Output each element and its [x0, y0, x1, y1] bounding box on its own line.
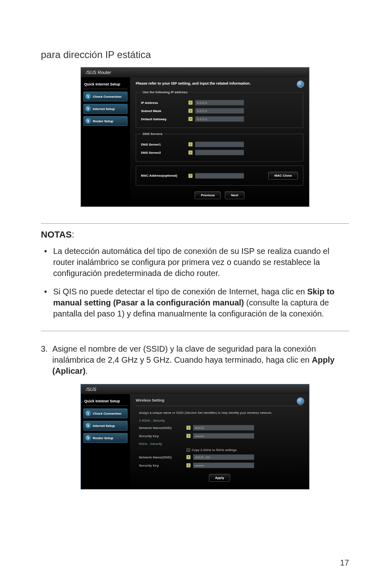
- help-icon[interactable]: ?: [188, 174, 193, 178]
- main-heading: Please refer to your ISP setting, and in…: [136, 81, 303, 85]
- help-icon[interactable]: ?: [188, 150, 193, 155]
- help-icon[interactable]: ?: [186, 455, 191, 459]
- sidebar-step-internet-setup[interactable]: 2Internet Setup: [83, 421, 128, 431]
- help-icon[interactable]: ?: [188, 109, 193, 113]
- router-main-content: Please refer to your ISP setting, and in…: [130, 77, 309, 206]
- copy-settings-checkbox-row[interactable]: Copy 2.4GHz to 5GHz settings.: [186, 448, 238, 452]
- mac-address-fieldset: MAC Address(optional) ? MAC Clone: [136, 166, 303, 186]
- default-gateway-input[interactable]: [195, 116, 244, 122]
- ssid-label: Network Name(SSID): [139, 426, 184, 430]
- help-icon[interactable]: ?: [186, 434, 191, 438]
- dns2-label: DNS Server2: [141, 151, 186, 155]
- description-text: Assign a unique name or SSID (Service Se…: [139, 411, 303, 415]
- security-key-label: Security Key: [139, 434, 184, 438]
- section-heading: para dirección IP estática: [41, 49, 349, 61]
- help-icon[interactable]: ?: [188, 101, 193, 105]
- router-brand: /SUS: [81, 384, 309, 394]
- subnet-mask-label: Subnet Mask: [141, 109, 186, 113]
- step-label: Internet Setup: [93, 107, 115, 111]
- main-heading: Wireless Setting: [136, 398, 303, 406]
- previous-button[interactable]: Previous: [195, 191, 221, 199]
- step-label: Check Connection: [93, 412, 121, 415]
- dns1-label: DNS Server1: [141, 143, 186, 146]
- sidebar-step-check-connection[interactable]: 1Check Connection: [83, 92, 128, 101]
- ssid-5-input[interactable]: [193, 454, 254, 460]
- section-5ghz-label: 5GHz - Security: [139, 442, 303, 446]
- help-icon[interactable]: ?: [186, 463, 191, 467]
- step-label: Check Connection: [93, 95, 121, 99]
- fieldset-legend: DNS Servers: [141, 132, 164, 136]
- security-key-24-input[interactable]: [193, 433, 254, 439]
- globe-icon: [297, 397, 304, 405]
- checkbox-icon[interactable]: [186, 448, 190, 452]
- sidebar-title: Quick Intetnet Setup: [83, 397, 128, 406]
- sidebar-step-check-connection[interactable]: 1Check Connection: [83, 408, 128, 418]
- help-icon[interactable]: ?: [188, 117, 193, 121]
- fieldset-legend: Use the following IP address:: [141, 90, 190, 94]
- step-number-icon: 2: [85, 423, 91, 429]
- dns2-input[interactable]: [195, 150, 244, 155]
- security-key-label: Security Key: [139, 464, 184, 467]
- step-number-icon: 2: [85, 106, 91, 112]
- ip-address-input[interactable]: [195, 100, 244, 105]
- step-label: Router Setup: [93, 119, 113, 123]
- page-number: 17: [340, 558, 349, 568]
- router-panel-wireless: /SUS Quick Intetnet Setup 1Check Connect…: [81, 384, 309, 489]
- step-label: Internet Setup: [93, 424, 115, 428]
- dns1-input[interactable]: [195, 141, 244, 147]
- step-number-icon: 3: [85, 118, 91, 124]
- globe-icon: [297, 81, 304, 88]
- notes-title: NOTAS:: [41, 229, 349, 240]
- step-number-icon: 3: [85, 435, 91, 441]
- default-gateway-label: Default Gateway: [141, 117, 186, 121]
- ip-address-label: IP Address: [141, 101, 186, 105]
- mac-address-input[interactable]: [195, 173, 244, 179]
- step-number-icon: 1: [85, 94, 91, 99]
- ssid-label: Network Name(SSID): [139, 456, 184, 459]
- dns-servers-fieldset: DNS Servers DNS Server1 ? DNS Server2 ?: [136, 132, 303, 162]
- sidebar-step-internet-setup[interactable]: 2Internet Setup: [83, 104, 128, 114]
- ip-address-fieldset: Use the following IP address: IP Address…: [136, 90, 303, 128]
- router-sidebar: Quick Intetnet Setup 1Check Connection 2…: [81, 394, 130, 489]
- router-main-content: Wireless Setting Assign a unique name or…: [130, 394, 309, 489]
- next-button[interactable]: Next: [225, 191, 244, 199]
- notes-list: La detección automática del tipo de cone…: [41, 246, 349, 319]
- ssid-24-input[interactable]: [193, 425, 254, 431]
- router-sidebar: Quick Internet Setup 1Check Connection 2…: [81, 77, 130, 206]
- sidebar-step-router-setup[interactable]: 3Router Setup: [83, 116, 128, 126]
- router-brand: /SUS Router: [81, 67, 309, 77]
- security-key-5-input[interactable]: [193, 462, 254, 468]
- apply-button[interactable]: Apply: [209, 474, 230, 482]
- divider: [41, 223, 349, 224]
- step-label: Router Setup: [93, 436, 113, 440]
- help-icon[interactable]: ?: [186, 426, 191, 430]
- router-panel-static-ip: /SUS Router Quick Internet Setup 1Check …: [81, 67, 309, 207]
- step-number-icon: 1: [85, 411, 91, 416]
- section-24ghz-label: 2.4GHz - Security: [139, 419, 303, 422]
- divider: [41, 331, 349, 331]
- sidebar-step-router-setup[interactable]: 3Router Setup: [83, 433, 128, 443]
- note-item: Si QIS no puede detectar el tipo de cone…: [53, 286, 349, 319]
- subnet-mask-input[interactable]: [195, 108, 244, 114]
- note-item: La detección automática del tipo de cone…: [53, 246, 349, 279]
- sidebar-title: Quick Internet Setup: [83, 80, 128, 89]
- step3-instruction: 3. Asigne el nombre de ver (SSID) y la c…: [41, 343, 349, 377]
- mac-clone-button[interactable]: MAC Clone: [268, 172, 298, 180]
- mac-address-label: MAC Address(optional): [141, 174, 186, 177]
- help-icon[interactable]: ?: [188, 142, 193, 146]
- copy-settings-text: Copy 2.4GHz to 5GHz settings.: [192, 448, 238, 452]
